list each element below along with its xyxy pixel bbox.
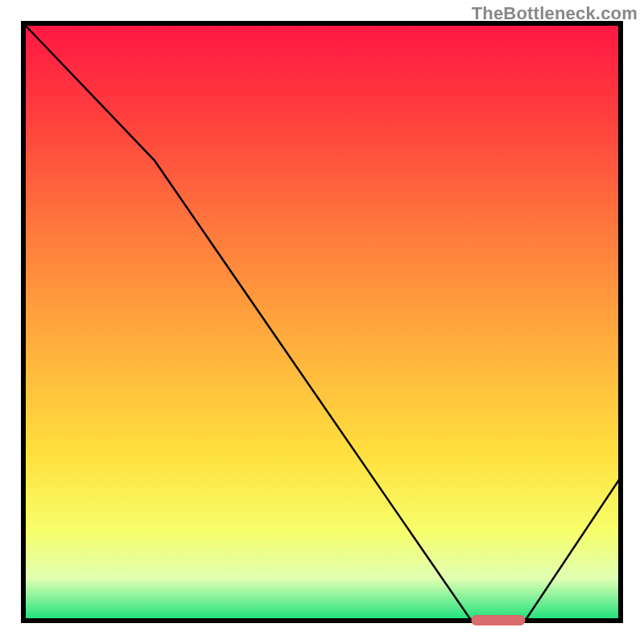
- chart-container: TheBottleneck.com: [0, 0, 644, 644]
- plot-background: [23, 23, 621, 621]
- chart-svg: [0, 0, 644, 644]
- bottom-marker: [472, 615, 526, 625]
